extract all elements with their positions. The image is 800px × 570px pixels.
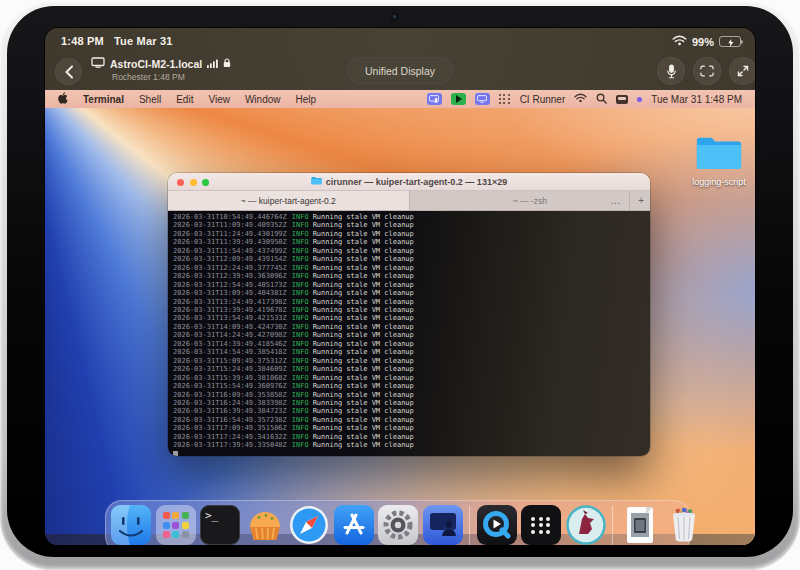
dock-separator bbox=[469, 506, 470, 545]
battery-percent: 99% bbox=[692, 36, 714, 48]
terminal-title-bar[interactable]: cirunner — kuiper-tart-agent-0.2 — 131×2… bbox=[168, 173, 650, 191]
capture-frame-button[interactable] bbox=[693, 57, 721, 85]
screen-share-user-icon[interactable] bbox=[427, 93, 442, 105]
title-folder-icon bbox=[311, 176, 322, 187]
keypad-app-icon bbox=[521, 505, 561, 545]
screen-indicator-icon[interactable] bbox=[616, 95, 628, 104]
app-store-icon bbox=[334, 505, 374, 545]
status-time: 1:48 PM bbox=[61, 35, 104, 47]
new-tab-button[interactable]: + bbox=[629, 191, 644, 210]
dock-item-launchpad[interactable] bbox=[156, 505, 196, 545]
app-grid-icon[interactable] bbox=[499, 94, 511, 104]
log-line: 2026-03-31T11:24:49.430199ZINFORunning s… bbox=[173, 230, 650, 238]
log-line: 2026-03-31T11:54:49.437499ZINFORunning s… bbox=[173, 247, 650, 255]
screen-sharing-icon bbox=[423, 505, 463, 545]
tab-overflow-button[interactable]: … bbox=[610, 195, 620, 206]
dock-item-screen-sharing[interactable] bbox=[423, 505, 463, 545]
menu-item-view[interactable]: View bbox=[208, 94, 230, 105]
menu-item-terminal[interactable]: Terminal bbox=[83, 94, 124, 105]
log-line: 2026-03-31T15:24:49.384609ZINFORunning s… bbox=[173, 365, 650, 373]
log-line: 2026-03-31T17:09:49.351586ZINFORunning s… bbox=[173, 424, 650, 432]
terminal-window[interactable]: cirunner — kuiper-tart-agent-0.2 — 131×2… bbox=[168, 173, 650, 456]
menu-item-shell[interactable]: Shell bbox=[139, 94, 161, 105]
menu-clock[interactable]: Tue Mar 31 1:48 PM bbox=[651, 94, 742, 105]
dock-item-safari[interactable] bbox=[289, 505, 329, 545]
dock-item-terminal[interactable]: >_ bbox=[200, 505, 240, 545]
terminal-log: 2026-03-31T10:54:49.446764ZINFORunning s… bbox=[173, 213, 650, 450]
log-line: 2026-03-31T13:54:49.421533ZINFORunning s… bbox=[173, 314, 650, 322]
terminal-tab-bar: ~ — kuiper-tart-agent-0.2 ~ — -zsh … + bbox=[168, 191, 650, 211]
log-line: 2026-03-31T12:09:49.439154ZINFORunning s… bbox=[173, 255, 650, 263]
menu-item-help[interactable]: Help bbox=[296, 94, 317, 105]
dock-item-trash[interactable] bbox=[664, 505, 704, 545]
search-icon[interactable] bbox=[596, 93, 607, 106]
tab-kuiper-tart-agent[interactable]: ~ — kuiper-tart-agent-0.2 bbox=[168, 191, 410, 210]
signal-bars-icon bbox=[207, 58, 218, 70]
close-icon[interactable] bbox=[177, 179, 184, 186]
ci-runner-dog-icon bbox=[566, 505, 606, 545]
menu-wifi-icon[interactable] bbox=[574, 93, 587, 105]
log-line: 2026-03-31T16:24:49.383398ZINFORunning s… bbox=[173, 399, 650, 407]
play-status-icon[interactable] bbox=[451, 93, 466, 105]
recording-dot bbox=[637, 97, 642, 102]
window-title: cirunner — kuiper-tart-agent-0.2 — 131×2… bbox=[326, 177, 507, 187]
connection-name: AstroCI-M2-1.local bbox=[110, 58, 202, 70]
expand-button[interactable] bbox=[729, 57, 755, 85]
finder-icon bbox=[111, 505, 151, 545]
connection-info[interactable]: AstroCI-M2-1.local Rochester 1:48 PM bbox=[91, 57, 231, 82]
dock-item-quicktime[interactable] bbox=[477, 505, 517, 545]
folder-label: logging-script bbox=[691, 177, 747, 187]
log-line: 2026-03-31T14:09:49.424730ZINFORunning s… bbox=[173, 323, 650, 331]
log-line: 2026-03-31T16:09:49.353858ZINFORunning s… bbox=[173, 391, 650, 399]
macos-desktop[interactable]: logging-script cirunner — kuiper-tart-ag… bbox=[45, 108, 755, 545]
traffic-lights[interactable] bbox=[177, 179, 209, 186]
menu-item-edit[interactable]: Edit bbox=[176, 94, 193, 105]
tablet-frame: 1:48 PM Tue Mar 31 99% bbox=[0, 0, 800, 570]
connection-sub: Rochester 1:48 PM bbox=[112, 72, 231, 82]
dock: >_ bbox=[105, 500, 691, 545]
system-settings-icon bbox=[378, 505, 418, 545]
dock-item-tart[interactable] bbox=[245, 505, 285, 545]
tart-icon bbox=[245, 505, 285, 545]
safari-icon bbox=[289, 505, 329, 545]
tab-zsh-label: ~ — -zsh bbox=[513, 196, 547, 206]
log-line: 2026-03-31T12:24:49.377745ZINFORunning s… bbox=[173, 264, 650, 272]
status-date: Tue Mar 31 bbox=[114, 35, 173, 47]
terminal-app-icon: >_ bbox=[200, 505, 240, 545]
dock-item-system-settings[interactable] bbox=[378, 505, 418, 545]
ci-runner-status-item[interactable]: CI Runner bbox=[520, 94, 566, 105]
log-line: 2026-03-31T16:39:49.384723ZINFORunning s… bbox=[173, 407, 650, 415]
apple-menu[interactable] bbox=[58, 92, 68, 106]
screen: 1:48 PM Tue Mar 31 99% bbox=[45, 28, 755, 545]
folder-icon bbox=[695, 157, 743, 174]
dock-item-app-store[interactable] bbox=[334, 505, 374, 545]
log-line: 2026-03-31T13:24:49.417398ZINFORunning s… bbox=[173, 298, 650, 306]
unified-display-button[interactable]: Unified Display bbox=[347, 57, 453, 84]
dock-item-finder[interactable] bbox=[111, 505, 151, 545]
terminal-content[interactable]: 2026-03-31T10:54:49.446764ZINFORunning s… bbox=[168, 211, 650, 456]
zoom-icon[interactable] bbox=[202, 179, 209, 186]
log-line: 2026-03-31T13:09:49.404381ZINFORunning s… bbox=[173, 289, 650, 297]
battery-charging-icon bbox=[719, 36, 741, 47]
macos-menu-bar: Terminal Shell Edit View Window Help CI … bbox=[45, 90, 755, 108]
document-icon bbox=[620, 505, 660, 545]
lock-icon bbox=[223, 58, 231, 70]
dock-item-keypad-app[interactable] bbox=[521, 505, 561, 545]
log-line: 2026-03-31T15:54:49.360976ZINFORunning s… bbox=[173, 382, 650, 390]
screen-share-icon[interactable] bbox=[475, 93, 490, 105]
back-button[interactable] bbox=[55, 58, 82, 85]
tab-zsh[interactable]: ~ — -zsh … + bbox=[410, 191, 651, 210]
dock-item-ci-runner[interactable] bbox=[566, 505, 606, 545]
desktop-folder-logging-script[interactable]: logging-script bbox=[691, 134, 747, 187]
mic-button[interactable] bbox=[657, 57, 685, 85]
dock-item-document[interactable] bbox=[620, 505, 660, 545]
log-line: 2026-03-31T11:09:49.409352ZINFORunning s… bbox=[173, 221, 650, 229]
log-line: 2026-03-31T12:39:49.363096ZINFORunning s… bbox=[173, 272, 650, 280]
minimize-icon[interactable] bbox=[190, 179, 197, 186]
menu-item-window[interactable]: Window bbox=[245, 94, 281, 105]
launchpad-icon bbox=[156, 505, 196, 545]
log-line: 2026-03-31T17:24:49.341632ZINFORunning s… bbox=[173, 433, 650, 441]
wifi-icon bbox=[672, 35, 687, 48]
log-line: 2026-03-31T13:39:49.419678ZINFORunning s… bbox=[173, 306, 650, 314]
remote-app-toolbar: AstroCI-M2-1.local Rochester 1:48 PM Uni… bbox=[45, 54, 755, 90]
